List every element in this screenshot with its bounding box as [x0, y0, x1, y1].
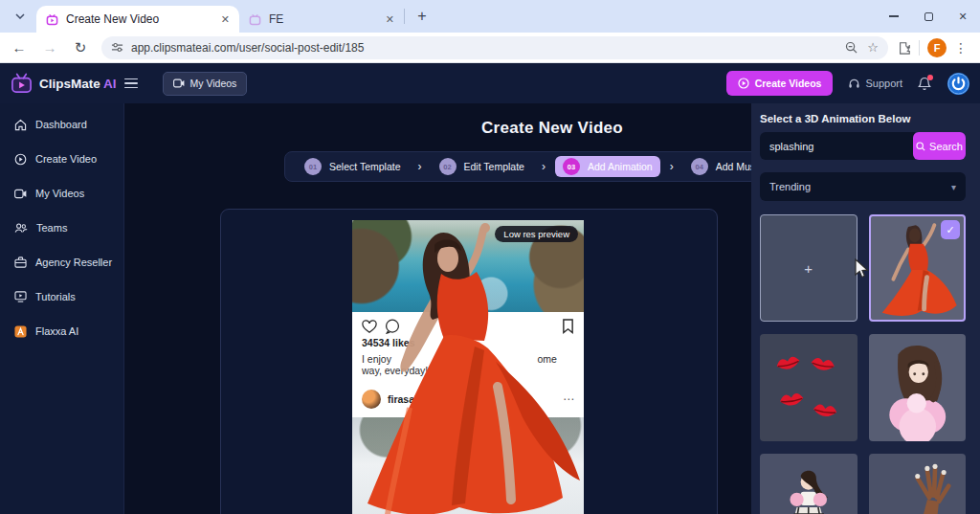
pink-anime-girl-thumbnail: [869, 334, 967, 441]
new-tab-button[interactable]: +: [411, 5, 434, 28]
window-controls: ✕: [877, 0, 980, 33]
chevron-right-icon: ›: [418, 160, 422, 173]
window-maximize-button[interactable]: [911, 0, 946, 33]
brand-name: ClipsMate AI: [39, 77, 117, 91]
post-username: firasalamehoffic: [388, 393, 465, 405]
sidebar-item-label: Tutorials: [35, 291, 76, 302]
minimize-icon: [889, 15, 899, 17]
tab-fe[interactable]: FE ✕: [239, 6, 404, 33]
notification-dot: [927, 75, 933, 80]
url-text: app.clipsmateai.com/user/social-post-edi…: [131, 41, 835, 55]
forward-button[interactable]: →: [38, 39, 61, 56]
step-label: Select Template: [329, 161, 401, 172]
sidebar-item-my-videos[interactable]: My Videos: [0, 180, 123, 207]
tab-search-button[interactable]: [8, 4, 33, 29]
app-header: ClipsMate AI My Videos Create Videos Sup…: [0, 63, 980, 103]
create-videos-button[interactable]: Create Videos: [726, 71, 834, 96]
headset-icon: [848, 78, 860, 90]
tab-title: FE: [269, 12, 378, 26]
screen: Create New Video ✕ FE ✕ + ✕ ← → ↻ app.cl…: [0, 0, 980, 514]
animation-search-input[interactable]: [760, 132, 915, 160]
step-label: Edit Template: [464, 161, 524, 172]
animation-tile-add[interactable]: +: [760, 214, 858, 322]
zoom-page-icon[interactable]: [845, 41, 858, 54]
create-videos-label: Create Videos: [755, 78, 822, 89]
browser-menu-icon[interactable]: ⋮: [954, 40, 968, 56]
tab-close-icon[interactable]: ✕: [221, 13, 230, 26]
tab-create-new-video[interactable]: Create New Video ✕: [36, 6, 239, 33]
briefcase-icon: [14, 257, 27, 268]
reload-button[interactable]: ↻: [69, 39, 92, 56]
animation-tile-hand[interactable]: [869, 454, 967, 514]
sidebar-item-label: Agency Reseller: [35, 257, 112, 268]
step-number: 01: [304, 158, 322, 175]
animation-search: Search: [760, 132, 966, 160]
window-minimize-button[interactable]: [877, 0, 911, 33]
toolbar-divider: [919, 40, 920, 56]
more-options-icon: ⋯: [563, 392, 574, 406]
animation-tile-red-dress-selected[interactable]: ✓: [869, 214, 967, 322]
skier-yellow: [402, 442, 427, 475]
clipsmate-logo-icon: [10, 72, 33, 95]
brand-ai: AI: [103, 77, 117, 91]
animation-panel: Select a 3D Animation Below Search Trend…: [751, 103, 980, 514]
support-button[interactable]: Support: [848, 78, 902, 90]
browser-tab-strip: Create New Video ✕ FE ✕ + ✕: [0, 0, 980, 33]
animation-tile-pink-girl[interactable]: [869, 334, 967, 441]
window-close-button[interactable]: ✕: [946, 0, 980, 33]
step-number: 04: [691, 158, 708, 175]
trending-filter-select[interactable]: Trending ▾: [760, 172, 966, 201]
sidebar-item-teams[interactable]: Teams: [0, 214, 123, 241]
animation-grid: + ✓: [760, 214, 966, 514]
selected-check-badge: ✓: [941, 220, 960, 239]
animation-tile-kisses[interactable]: [760, 334, 858, 441]
sidebar-item-agency-reseller[interactable]: Agency Reseller: [0, 249, 123, 276]
play-circle-icon: [738, 78, 749, 89]
chevron-right-icon: ›: [542, 160, 546, 173]
power-logout-button[interactable]: [947, 72, 970, 96]
skier-blue: [446, 454, 471, 486]
notifications-button[interactable]: [918, 77, 931, 91]
extensions-icon[interactable]: [898, 41, 911, 55]
filter-value: Trending: [769, 181, 811, 192]
step-add-animation[interactable]: 03 Add Animation: [555, 156, 660, 177]
sidebar-item-label: Dashboard: [35, 119, 87, 130]
fe-favicon: [249, 13, 261, 26]
browser-toolbar: ← → ↻ app.clipsmateai.com/user/social-po…: [0, 33, 980, 63]
sidebar-item-flaxxa-ai[interactable]: Flaxxa AI: [0, 318, 123, 345]
sidebar-item-label: Flaxxa AI: [35, 325, 78, 337]
post-photo-snow: [352, 417, 584, 514]
bookmark-star-icon[interactable]: ☆: [867, 40, 879, 55]
sidebar: Dashboard Create Video My Videos Teams A…: [0, 103, 124, 514]
tutorials-icon: [14, 291, 27, 302]
chevron-right-icon: ›: [670, 160, 674, 173]
browser-profile-avatar[interactable]: F: [927, 38, 947, 57]
sidebar-item-dashboard[interactable]: Dashboard: [0, 111, 123, 138]
my-videos-label: My Videos: [190, 78, 237, 89]
plaid-skirt-girl-thumbnail: [760, 454, 858, 514]
url-bar[interactable]: app.clipsmateai.com/user/social-post-edi…: [101, 36, 888, 59]
my-videos-button[interactable]: My Videos: [163, 72, 248, 96]
hamburger-menu-icon[interactable]: [124, 78, 138, 89]
support-label: Support: [865, 78, 902, 89]
back-button[interactable]: ←: [8, 39, 31, 56]
animation-tile-plaid-girl[interactable]: [760, 454, 858, 514]
chevron-down-icon: ▾: [951, 182, 956, 192]
tab-close-icon[interactable]: ✕: [386, 13, 394, 26]
post-user-row: firasalamehoffic ⋯: [352, 376, 584, 409]
video-camera-icon: [14, 189, 27, 199]
header-right: Create Videos Support: [726, 71, 970, 96]
low-res-badge: Low res preview: [495, 226, 578, 242]
post-likes: 34534 likes: [352, 337, 584, 348]
step-select-template[interactable]: 01 Select Template: [297, 156, 409, 177]
sidebar-item-create-video[interactable]: Create Video: [0, 145, 123, 172]
sidebar-item-tutorials[interactable]: Tutorials: [0, 283, 123, 310]
animation-search-button[interactable]: Search: [913, 132, 966, 160]
step-edit-template[interactable]: 02 Edit Template: [432, 156, 532, 177]
site-settings-icon: [111, 41, 123, 54]
brand[interactable]: ClipsMate AI: [10, 72, 117, 95]
panel-heading: Select a 3D Animation Below: [760, 113, 966, 124]
post-caption: I enjoyvacationsome way, everyday!: [352, 348, 584, 376]
sidebar-item-label: Teams: [36, 222, 67, 234]
tab-title: Create New Video: [66, 12, 213, 26]
